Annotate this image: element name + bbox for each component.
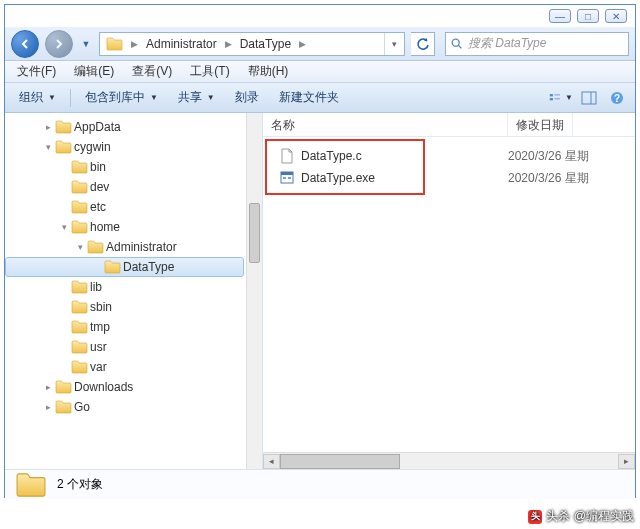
scroll-left-button[interactable]: ◂ — [263, 454, 280, 469]
tree-node-label: AppData — [74, 120, 121, 134]
search-placeholder: 搜索 DataType — [468, 35, 546, 52]
main-split: ▸AppData▾cygwinbindevetc▾home▾Administra… — [5, 113, 635, 469]
chevron-right-icon[interactable]: ▶ — [297, 39, 308, 49]
burn-button[interactable]: 刻录 — [227, 85, 267, 110]
folder-icon — [71, 320, 88, 334]
tree-node-label: dev — [90, 180, 109, 194]
tree-node[interactable]: tmp — [5, 317, 244, 337]
folder-icon — [55, 400, 72, 414]
address-bar[interactable]: ▶ Administrator ▶ DataType ▶ ▾ — [99, 32, 405, 56]
expand-toggle[interactable]: ▸ — [41, 382, 55, 392]
folder-icon — [71, 300, 88, 314]
tree-node[interactable]: lib — [5, 277, 244, 297]
view-options-button[interactable]: ▼ — [549, 91, 573, 105]
tree-node-label: tmp — [90, 320, 110, 334]
folder-icon — [55, 120, 72, 134]
tree-node[interactable]: ▾cygwin — [5, 137, 244, 157]
tree-node[interactable]: var — [5, 357, 244, 377]
chevron-right-icon[interactable]: ▶ — [223, 39, 234, 49]
tree-node-label: usr — [90, 340, 107, 354]
tree-node-label: Downloads — [74, 380, 133, 394]
file-list[interactable]: DataType.c2020/3/26 星期DataType.exe2020/3… — [263, 137, 635, 452]
tree-node[interactable]: etc — [5, 197, 244, 217]
tree-node[interactable]: ▸Go — [5, 397, 244, 417]
nav-tree[interactable]: ▸AppData▾cygwinbindevetc▾home▾Administra… — [5, 113, 263, 469]
tree-node-label: Administrator — [106, 240, 177, 254]
svg-text:?: ? — [614, 93, 620, 104]
back-button[interactable] — [11, 30, 39, 58]
help-button[interactable]: ? — [605, 91, 629, 105]
menu-help[interactable]: 帮助(H) — [240, 61, 297, 82]
column-name[interactable]: 名称 — [263, 113, 508, 136]
close-button[interactable]: ✕ — [605, 9, 627, 23]
organize-button[interactable]: 组织▼ — [11, 85, 64, 110]
folder-icon — [55, 140, 72, 154]
scrollbar-thumb[interactable] — [249, 203, 260, 263]
tree-node-label: cygwin — [74, 140, 111, 154]
watermark-logo: 头 — [528, 510, 542, 524]
column-headers: 名称 修改日期 — [263, 113, 635, 137]
status-item-count: 2 个对象 — [57, 476, 103, 493]
expand-toggle[interactable]: ▸ — [41, 402, 55, 412]
maximize-button[interactable]: □ — [577, 9, 599, 23]
menu-tools[interactable]: 工具(T) — [182, 61, 237, 82]
share-button[interactable]: 共享▼ — [170, 85, 223, 110]
nav-row: ▼ ▶ Administrator ▶ DataType ▶ ▾ 搜索 Data… — [5, 27, 635, 61]
folder-icon — [71, 360, 88, 374]
column-date[interactable]: 修改日期 — [508, 113, 573, 136]
tree-node-label: bin — [90, 160, 106, 174]
folder-icon — [71, 200, 88, 214]
scrollbar-thumb[interactable] — [280, 454, 400, 469]
tree-node-label: home — [90, 220, 120, 234]
tree-node[interactable]: ▸Downloads — [5, 377, 244, 397]
refresh-button[interactable] — [411, 32, 435, 56]
svg-rect-10 — [582, 92, 596, 104]
menu-edit[interactable]: 编辑(E) — [66, 61, 122, 82]
forward-button[interactable] — [45, 30, 73, 58]
folder-icon — [104, 260, 121, 274]
horizontal-scrollbar[interactable]: ◂ ▸ — [263, 452, 635, 469]
new-folder-button[interactable]: 新建文件夹 — [271, 85, 347, 110]
tree-node[interactable]: dev — [5, 177, 244, 197]
explorer-window: — □ ✕ ▼ ▶ Administrator ▶ DataType ▶ ▾ 搜… — [4, 4, 636, 498]
tree-node-label: etc — [90, 200, 106, 214]
menu-file[interactable]: 文件(F) — [9, 61, 64, 82]
watermark: 头 头杀 @编程实践 — [528, 508, 634, 525]
tree-node[interactable]: ▾home — [5, 217, 244, 237]
include-in-library-button[interactable]: 包含到库中▼ — [77, 85, 166, 110]
folder-icon — [55, 380, 72, 394]
address-dropdown[interactable]: ▾ — [384, 33, 404, 55]
breadcrumb-seg[interactable]: Administrator — [140, 37, 223, 51]
expand-toggle[interactable]: ▾ — [57, 222, 71, 232]
folder-icon — [71, 220, 88, 234]
search-icon — [450, 37, 464, 51]
file-list-pane: 名称 修改日期 DataType.c2020/3/26 星期DataType.e… — [263, 113, 635, 469]
expand-toggle[interactable]: ▾ — [73, 242, 87, 252]
expand-toggle[interactable]: ▾ — [41, 142, 55, 152]
tree-node[interactable]: usr — [5, 337, 244, 357]
tree-scrollbar[interactable] — [246, 113, 262, 469]
folder-icon — [106, 37, 123, 51]
folder-icon — [71, 180, 88, 194]
minimize-button[interactable]: — — [549, 9, 571, 23]
expand-toggle[interactable]: ▸ — [41, 122, 55, 132]
scroll-right-button[interactable]: ▸ — [618, 454, 635, 469]
menu-view[interactable]: 查看(V) — [124, 61, 180, 82]
breadcrumb-seg[interactable]: DataType — [234, 37, 297, 51]
tree-node[interactable]: bin — [5, 157, 244, 177]
tree-node-label: lib — [90, 280, 102, 294]
tree-node[interactable]: DataType — [5, 257, 244, 277]
folder-icon — [71, 160, 88, 174]
chevron-right-icon[interactable]: ▶ — [129, 39, 140, 49]
tree-node[interactable]: ▾Administrator — [5, 237, 244, 257]
search-input[interactable]: 搜索 DataType — [445, 32, 629, 56]
window-controls: — □ ✕ — [549, 9, 627, 23]
svg-rect-6 — [550, 94, 553, 96]
tree-node-label: DataType — [123, 260, 174, 274]
preview-pane-button[interactable] — [577, 91, 601, 105]
tree-node-label: Go — [74, 400, 90, 414]
nav-history-dropdown[interactable]: ▼ — [79, 34, 93, 54]
tree-node-label: var — [90, 360, 107, 374]
tree-node[interactable]: ▸AppData — [5, 117, 244, 137]
tree-node[interactable]: sbin — [5, 297, 244, 317]
